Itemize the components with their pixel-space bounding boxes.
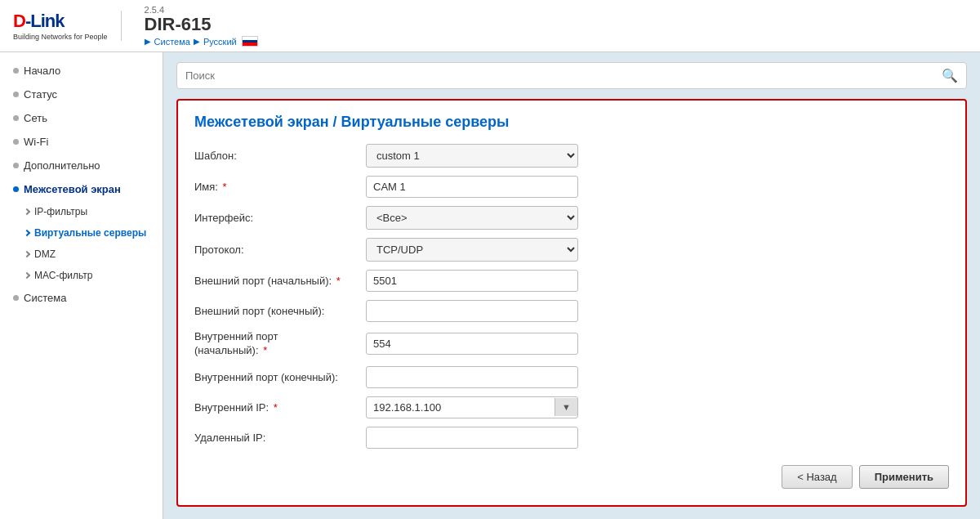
search-input[interactable] [185,69,942,82]
input-ext-port-end[interactable] [366,300,578,322]
control-internal-ip: ▼ [366,396,578,418]
sidebar-sub-item-virtual-servers[interactable]: Виртуальные серверы [0,222,163,244]
apply-button[interactable]: Применить [859,465,949,489]
label-ext-port-start: Внешний порт (начальный): [194,275,366,287]
header-breadcrumb: ▶ Система ▶ Русский [145,36,258,47]
select-template[interactable]: custom 1 custom 2 HTTP FTP [366,144,578,168]
dot-icon [13,92,19,97]
flag-russia-icon [242,36,258,47]
form-row-protocol: Протокол: TCP/UDP TCP UDP ICMP [194,238,949,262]
logo-area: D-Link Building Networks for People [13,11,122,41]
control-int-port-end [366,366,578,388]
logo-link: -Link [25,11,65,31]
label-template: Шаблон: [194,150,366,162]
sidebar-submenu-firewall: IP-фильтры Виртуальные серверы DMZ МАС-ф… [0,201,163,286]
label-remote-ip: Удаленный IP: [194,432,366,444]
search-bar: 🔍 [176,62,967,89]
sidebar-label-mac-filter: МАС-фильтр [34,270,92,281]
ip-dropdown-button[interactable]: ▼ [555,398,577,416]
breadcrumb-lang[interactable]: Русский [203,37,237,47]
sidebar-item-advanced[interactable]: Дополнительно [0,154,163,177]
main-layout: Начало Статус Сеть Wi-Fi Дополнительно М… [0,52,980,519]
button-row: < Назад Применить [194,465,949,489]
sidebar-label-network: Сеть [24,112,47,124]
control-name [366,176,578,198]
sub-arrow-active-icon [24,230,30,236]
dot-icon [13,295,19,301]
sidebar-item-start[interactable]: Начало [0,59,163,83]
sidebar-sub-item-dmz[interactable]: DMZ [0,244,163,265]
logo-dlink: D-Link [13,11,108,32]
label-int-port-end: Внутренний порт (конечный): [194,371,366,383]
sidebar-label-advanced: Дополнительно [24,159,100,172]
back-button[interactable]: < Назад [782,465,852,489]
sidebar-label-system: Система [24,292,66,304]
sidebar-item-system[interactable]: Система [0,286,163,310]
ip-select-wrapper: ▼ [366,396,578,418]
control-remote-ip [366,427,578,449]
sidebar-item-wifi[interactable]: Wi-Fi [0,130,163,154]
label-int-port-start: Внутренний порт (начальный): [194,330,366,358]
form-row-remote-ip: Удаленный IP: [194,427,949,449]
label-internal-ip: Внутренний IP: [194,401,366,414]
sidebar-item-network[interactable]: Сеть [0,106,163,130]
label-name: Имя: [194,181,366,193]
sidebar-item-firewall[interactable]: Межсетевой экран [0,177,163,201]
dot-icon [13,139,19,145]
input-name[interactable] [366,176,578,198]
sidebar-label-wifi: Wi-Fi [24,136,48,148]
form-row-template: Шаблон: custom 1 custom 2 HTTP FTP [194,144,949,168]
input-internal-ip[interactable] [367,397,555,418]
sub-arrow-icon [24,251,30,257]
dot-icon [13,163,19,168]
select-protocol[interactable]: TCP/UDP TCP UDP ICMP [366,238,578,262]
logo-d: D [13,11,25,31]
sidebar-label-dmz: DMZ [34,248,56,260]
control-int-port-start [366,333,578,355]
input-remote-ip[interactable] [366,427,578,449]
form-row-interface: Интерфейс: <Все> WAN LAN [194,206,949,230]
sidebar: Начало Статус Сеть Wi-Fi Дополнительно М… [0,52,163,519]
input-ext-port-start[interactable] [366,270,578,292]
sidebar-label-status: Статус [24,88,57,101]
breadcrumb-system[interactable]: Система [154,37,190,47]
label-int-port-start-line1: Внутренний порт [194,330,278,342]
sidebar-sub-item-mac-filter[interactable]: МАС-фильтр [0,265,163,286]
label-int-port-start-line2: (начальный): [194,344,259,356]
label-internal-ip-text: Внутренний IP: [194,401,269,414]
form-row-name: Имя: [194,176,949,198]
form-row-internal-ip: Внутренний IP: ▼ [194,396,949,418]
label-protocol: Протокол: [194,244,366,256]
form-row-int-port-start: Внутренний порт (начальный): [194,330,949,358]
active-dot-icon [13,186,19,192]
select-interface[interactable]: <Все> WAN LAN [366,206,578,230]
sidebar-label-firewall: Межсетевой экран [24,183,121,195]
logo-tagline: Building Networks for People [13,33,108,41]
label-interface: Интерфейс: [194,212,366,224]
form-row-int-port-end: Внутренний порт (конечный): [194,366,949,388]
control-ext-port-end [366,300,578,322]
control-ext-port-start [366,270,578,292]
breadcrumb-arrow2: ▶ [194,37,200,46]
search-icon: 🔍 [942,68,958,83]
main-content-box: Межсетевой экран / Виртуальные серверы Ш… [176,99,967,507]
header-model: DIR-615 [145,15,258,34]
sub-arrow-icon [24,272,30,279]
sidebar-label-ip-filters: IP-фильтры [34,206,87,217]
content-area: 🔍 Межсетевой экран / Виртуальные серверы… [163,52,980,519]
control-template: custom 1 custom 2 HTTP FTP [366,144,578,168]
sidebar-item-status[interactable]: Статус [0,83,163,106]
sub-arrow-icon [24,208,30,215]
form-row-ext-port-start: Внешний порт (начальный): [194,270,949,292]
input-int-port-end[interactable] [366,366,578,388]
sidebar-sub-item-ip-filters[interactable]: IP-фильтры [0,201,163,222]
input-int-port-start[interactable] [366,333,578,355]
control-interface: <Все> WAN LAN [366,206,578,230]
dot-icon [13,115,19,121]
header-info: 2.5.4 DIR-615 ▶ Система ▶ Русский [145,5,258,47]
header: D-Link Building Networks for People 2.5.… [0,0,980,52]
label-name-text: Имя: [194,181,218,193]
sidebar-label-start: Начало [24,65,60,77]
control-protocol: TCP/UDP TCP UDP ICMP [366,238,578,262]
dot-icon [13,68,19,74]
